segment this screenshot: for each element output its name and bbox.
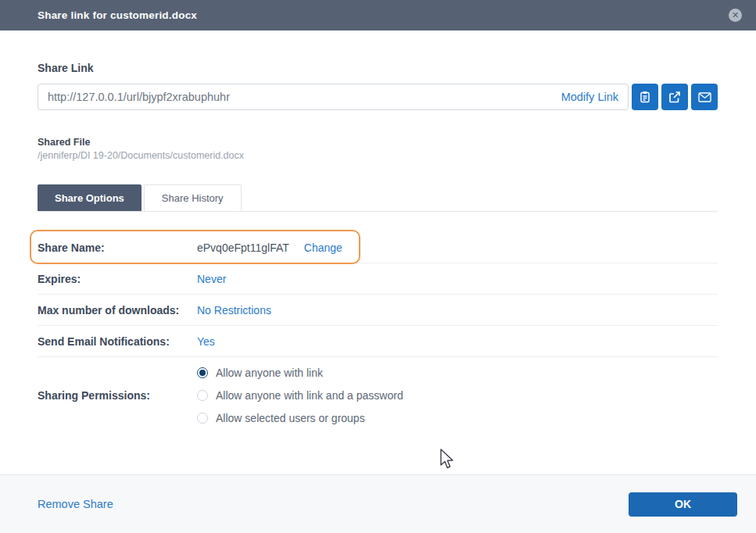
radio-selected-icon[interactable]: [197, 367, 208, 378]
share-name-value: ePvq0eFpt11glFAT: [197, 241, 289, 254]
shared-file-section: Shared File /jenniferp/DI 19-20/Document…: [38, 137, 718, 161]
permission-selected-users[interactable]: Allow selected users or groups: [197, 410, 403, 426]
permission-link-and-password[interactable]: Allow anyone with link and a password: [197, 388, 403, 403]
tab-bar: Share Options Share History: [38, 184, 718, 212]
expires-value-link[interactable]: Never: [197, 273, 226, 285]
shared-file-label: Shared File: [38, 137, 718, 148]
radio-unselected-icon[interactable]: [197, 413, 208, 424]
open-link-button[interactable]: [661, 84, 688, 110]
permission-choice-label: Allow anyone with link and a password: [216, 388, 403, 403]
email-notifications-row: Send Email Notifications: Yes: [38, 326, 718, 357]
share-url-field[interactable]: http://127.0.0.1/url/bjypf2xrabuphuhr Mo…: [38, 84, 629, 110]
dialog-title: Share link for customerid.docx: [38, 9, 197, 21]
dialog-titlebar: Share link for customerid.docx ✕: [0, 0, 756, 30]
permission-anyone-with-link[interactable]: Allow anyone with link: [197, 365, 403, 381]
external-link-icon: [668, 91, 681, 103]
envelope-icon: [698, 92, 711, 102]
tab-share-history[interactable]: Share History: [144, 184, 242, 211]
share-name-row: Share Name: ePvq0eFpt11glFAT Change: [38, 232, 718, 263]
sharing-permissions-row: Sharing Permissions: Allow anyone with l…: [38, 357, 718, 437]
tab-share-options[interactable]: Share Options: [38, 184, 142, 211]
remove-share-link[interactable]: Remove Share: [38, 498, 113, 510]
sharing-permissions-label: Sharing Permissions:: [38, 389, 197, 402]
ok-button[interactable]: OK: [629, 492, 737, 517]
share-url-value: http://127.0.0.1/url/bjypf2xrabuphuhr: [48, 91, 561, 103]
radio-unselected-icon[interactable]: [197, 390, 208, 401]
share-link-label: Share Link: [38, 62, 718, 74]
max-downloads-row: Max number of downloads: No Restrictions: [38, 295, 718, 326]
max-downloads-value-link[interactable]: No Restrictions: [197, 304, 271, 317]
share-name-label: Share Name:: [38, 241, 197, 254]
dialog-body: Share Link http://127.0.0.1/url/bjypf2xr…: [0, 62, 756, 437]
dialog-footer: Remove Share OK: [0, 474, 756, 533]
email-link-button[interactable]: [691, 84, 718, 110]
expires-label: Expires:: [38, 273, 197, 285]
expires-row: Expires: Never: [38, 263, 718, 295]
close-icon[interactable]: ✕: [729, 9, 742, 22]
permission-choices: Allow anyone with link Allow anyone with…: [197, 365, 403, 426]
change-share-name-button[interactable]: Change: [304, 241, 342, 254]
share-options-form: Share Name: ePvq0eFpt11glFAT Change Expi…: [38, 232, 718, 437]
copy-link-button[interactable]: [632, 84, 658, 110]
permission-choice-label: Allow selected users or groups: [216, 410, 365, 426]
permission-choice-label: Allow anyone with link: [216, 365, 323, 381]
max-downloads-label: Max number of downloads:: [38, 304, 197, 317]
share-link-row: http://127.0.0.1/url/bjypf2xrabuphuhr Mo…: [38, 84, 718, 110]
mouse-cursor: [439, 449, 457, 474]
email-notifications-label: Send Email Notifications:: [38, 335, 197, 348]
modify-link-button[interactable]: Modify Link: [561, 91, 618, 103]
email-notifications-value-link[interactable]: Yes: [197, 335, 215, 348]
clipboard-icon: [639, 91, 651, 103]
shared-file-path: /jenniferp/DI 19-20/Documents/customerid…: [38, 150, 718, 161]
